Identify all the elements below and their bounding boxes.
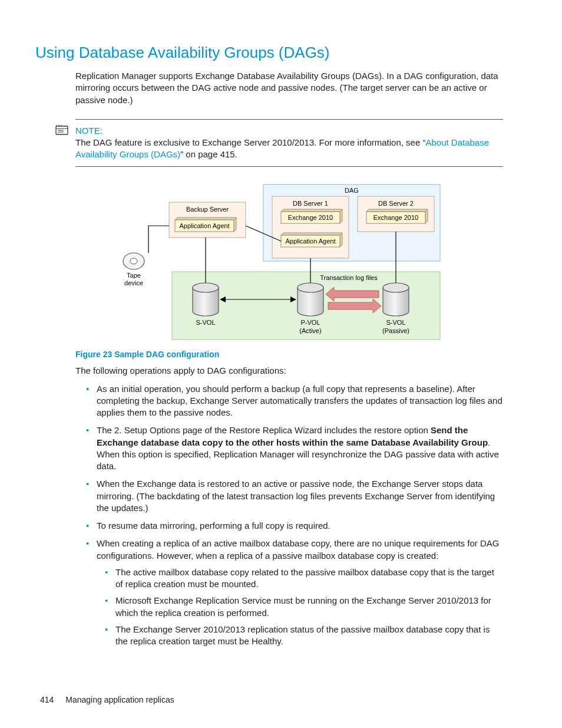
dag-label: DAG xyxy=(345,187,359,194)
svg-point-34 xyxy=(130,258,137,264)
operations-intro: The following operations apply to DAG co… xyxy=(75,365,503,377)
bullet-text: When creating a replica of an active mai… xyxy=(97,538,499,560)
bullet-text-prefix: The 2. Setup Options page of the Restore… xyxy=(97,425,431,435)
list-item: As an initial operation, you should perf… xyxy=(84,383,503,419)
page-number: 414 xyxy=(40,695,54,704)
sub-text: The active mailbox database copy related… xyxy=(115,567,494,589)
note-text: The DAG feature is exclusive to Exchange… xyxy=(75,137,503,161)
sub-list-item: The Exchange Server 2010/2013 replicatio… xyxy=(103,624,503,648)
svg-marker-11 xyxy=(340,233,342,247)
footer-section: Managing application replicas xyxy=(65,695,174,704)
svg-point-24 xyxy=(383,283,409,292)
svg-point-23 xyxy=(297,283,323,292)
pvol-sub-label: (Active) xyxy=(299,327,321,334)
sub-list-item: The active mailbox database copy related… xyxy=(103,566,503,591)
sub-text: Microsoft Exchange Replication Service m… xyxy=(115,595,491,617)
svg-marker-7 xyxy=(281,209,342,212)
note-block: NOTE: The DAG feature is exclusive to Ex… xyxy=(75,126,503,161)
note-rule-top xyxy=(75,119,503,120)
page-footer: 414 Managing application replicas xyxy=(40,695,174,704)
tape-label-2: device xyxy=(124,279,143,286)
svg-marker-8 xyxy=(340,209,342,223)
svg-marker-14 xyxy=(425,209,428,223)
note-svg xyxy=(55,124,68,135)
svol-right-label: S-VOL xyxy=(386,319,405,326)
intro-paragraph: Replication Manager supports Exchange Da… xyxy=(75,70,503,106)
appagent-left-label: Application Agent xyxy=(179,222,229,229)
svol-right-sub-label: (Passive) xyxy=(382,327,409,334)
svg-marker-10 xyxy=(281,233,342,235)
note-text-before: The DAG feature is exclusive to Exchange… xyxy=(75,137,425,147)
svg-marker-17 xyxy=(175,218,236,220)
db1-label: DB Server 1 xyxy=(293,200,328,207)
sub-list-item: Microsoft Exchange Replication Service m… xyxy=(103,595,503,619)
list-item: When the Exchange data is restored to an… xyxy=(84,478,503,514)
bullet-text: When the Exchange data is restored to an… xyxy=(97,479,495,513)
figure-caption: Figure 23 Sample DAG configuration xyxy=(75,350,503,359)
sub-text: The Exchange Server 2010/2013 replicatio… xyxy=(115,624,490,646)
txlog-label: Transaction log files xyxy=(320,274,378,281)
sub-list: The active mailbox database copy related… xyxy=(103,566,503,648)
svg-point-22 xyxy=(193,283,219,292)
note-text-after: ” on page 415. xyxy=(180,149,237,159)
ex2-label: Exchange 2010 xyxy=(373,214,418,221)
note-label: NOTE: xyxy=(75,126,503,136)
db2-label: DB Server 2 xyxy=(378,200,414,207)
bullet-text: To resume data mirroring, performing a f… xyxy=(97,521,330,531)
note-rule-bottom xyxy=(75,166,503,167)
list-item: To resume data mirroring, performing a f… xyxy=(84,520,503,532)
page-heading: Using Database Availability Groups (DAGs… xyxy=(35,44,527,62)
bullet-list: As an initial operation, you should perf… xyxy=(84,383,503,648)
ex1-label: Exchange 2010 xyxy=(288,214,333,221)
svg-marker-18 xyxy=(234,218,236,232)
tape-label-1: Tape xyxy=(127,272,141,279)
list-item: When creating a replica of an active mai… xyxy=(84,538,503,647)
svol-left-label: S-VOL xyxy=(196,319,215,326)
backup-label: Backup Server xyxy=(186,206,229,213)
appagent-right-label: Application Agent xyxy=(285,238,335,245)
pvol-label: P-VOL xyxy=(300,319,320,326)
svg-marker-13 xyxy=(366,209,428,212)
bullet-text: As an initial operation, you should perf… xyxy=(97,384,503,418)
diagram: DAG DB Server 1 DB Server 2 Exchange 201… xyxy=(116,179,446,344)
note-icon xyxy=(55,124,68,138)
page: Using Database Availability Groups (DAGs… xyxy=(0,0,562,728)
list-item: The 2. Setup Options page of the Restore… xyxy=(84,424,503,472)
